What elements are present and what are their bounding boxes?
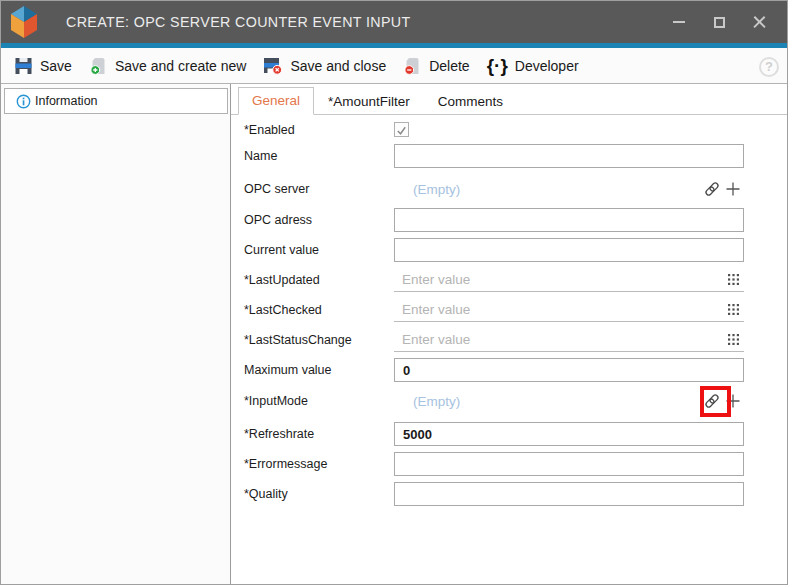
field-label: Name [244,144,277,168]
save-close-icon [263,57,283,75]
field-row-name: Name [231,144,787,168]
field-label: *InputMode [244,387,308,415]
save-and-create-new-button[interactable]: Save and create new [89,57,247,75]
field-label: OPC adress [244,208,312,232]
errormessage-input[interactable] [394,452,744,476]
field-row-inputmode: *InputMode (Empty) [231,387,787,415]
close-button[interactable] [739,1,779,43]
refreshrate-input[interactable] [394,422,744,446]
field-label: Maximum value [244,358,332,382]
title-bar: CREATE: OPC SERVER COUNTER EVENT INPUT [1,1,787,43]
save-new-icon [89,57,108,75]
window-controls [659,1,779,43]
maximize-button[interactable] [699,1,739,43]
field-label: *LastStatusChange [244,328,352,352]
help-icon[interactable]: ? [759,57,779,77]
placeholder-text: Enter value [402,328,470,351]
sidebar: Information [1,84,231,584]
field-row-current-value: Current value [231,238,787,262]
delete-label: Delete [429,58,469,74]
field-row-laststatuschange: *LastStatusChange Enter value [231,328,787,352]
tab-strip: General *AmountFilter Comments [231,84,787,115]
opc-server-value[interactable]: (Empty) [413,182,460,197]
minimize-button[interactable] [659,1,699,43]
link-icon[interactable] [704,181,720,197]
quality-input[interactable] [394,482,744,506]
field-row-opc-adress: OPC adress [231,208,787,232]
toolbar: Save Save and create new Save and close [1,48,787,84]
code-braces-icon: {·} [487,57,508,75]
field-label: *Refreshrate [244,422,314,446]
maximum-value-input[interactable] [394,358,744,382]
developer-label: Developer [515,58,579,74]
save-and-create-new-label: Save and create new [115,58,247,74]
field-row-maximum-value: Maximum value [231,358,787,382]
field-label: *LastUpdated [244,268,320,292]
lastupdated-datetime-field[interactable]: Enter value [394,268,744,292]
field-row-enabled: *Enabled [231,122,787,138]
main-panel: General *AmountFilter Comments *Enabled … [231,84,787,584]
grid-picker-icon[interactable] [728,274,739,285]
name-input[interactable] [394,144,744,168]
delete-icon [403,57,422,75]
sidebar-item-label: Information [35,94,98,108]
field-label: *LastChecked [244,298,322,322]
tab-general[interactable]: General [238,87,314,115]
laststatuschange-datetime-field[interactable]: Enter value [394,328,744,352]
inputmode-value[interactable]: (Empty) [413,394,460,409]
field-label: OPC server [244,177,309,201]
delete-button[interactable]: Delete [403,57,469,75]
field-row-errormessage: *Errormessage [231,452,787,476]
save-floppy-icon [14,57,33,75]
lastchecked-datetime-field[interactable]: Enter value [394,298,744,322]
window-title: CREATE: OPC SERVER COUNTER EVENT INPUT [66,1,411,43]
field-row-quality: *Quality [231,482,787,506]
field-label: *Quality [244,482,288,506]
minimize-icon [673,21,685,23]
field-row-opc-server: OPC server (Empty) [231,177,787,201]
placeholder-text: Enter value [402,268,470,291]
sidebar-item-information[interactable]: Information [4,88,228,114]
field-row-refreshrate: *Refreshrate [231,422,787,446]
grid-picker-icon[interactable] [728,334,739,345]
field-label: Current value [244,238,319,262]
enabled-checkbox[interactable] [394,122,409,137]
form-area: *Enabled Name OPC server (Empty [231,115,787,584]
red-highlight-box [700,386,731,417]
opc-adress-input[interactable] [394,208,744,232]
save-label: Save [40,58,72,74]
placeholder-text: Enter value [402,298,470,321]
tab-comments[interactable]: Comments [424,89,517,114]
checkmark-icon [395,124,408,137]
maximize-icon [714,17,725,28]
dialog-window: CREATE: OPC SERVER COUNTER EVENT INPUT S… [0,0,788,585]
developer-button[interactable]: {·} Developer [487,57,579,75]
save-and-close-button[interactable]: Save and close [263,57,386,75]
field-label: *Enabled [244,122,295,138]
field-label: *Errormessage [244,452,327,476]
plus-icon[interactable] [726,182,740,196]
current-value-input[interactable] [394,238,744,262]
grid-picker-icon[interactable] [728,304,739,315]
app-logo-icon [11,6,37,38]
field-row-lastchecked: *LastChecked Enter value [231,298,787,322]
close-icon [753,16,766,29]
tab-amountfilter[interactable]: *AmountFilter [314,89,424,114]
field-row-lastupdated: *LastUpdated Enter value [231,268,787,292]
save-button[interactable]: Save [14,57,72,75]
save-and-close-label: Save and close [290,58,386,74]
info-icon [16,94,31,109]
